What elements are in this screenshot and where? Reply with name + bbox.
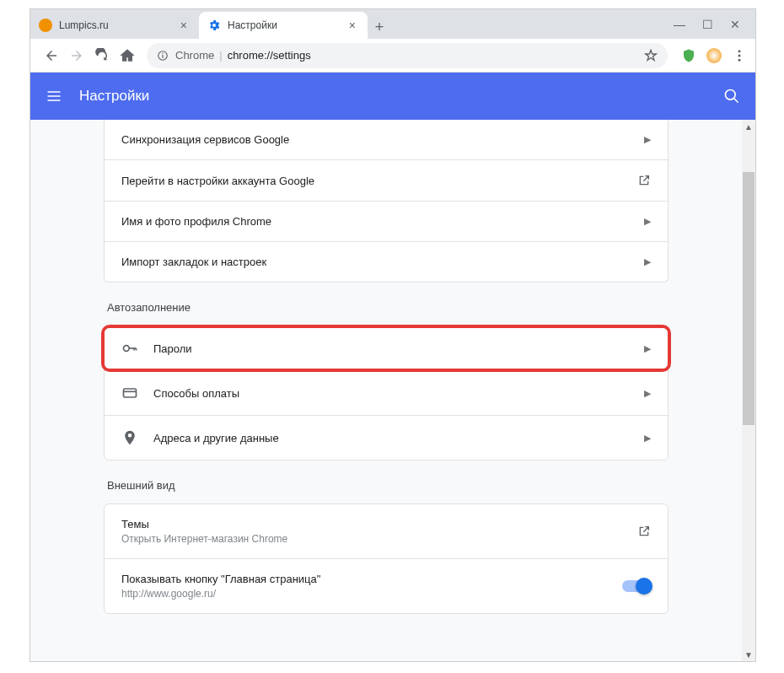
minimize-icon[interactable]: — bbox=[674, 18, 685, 31]
svg-point-5 bbox=[738, 58, 741, 61]
card-icon bbox=[121, 385, 138, 401]
reload-button[interactable] bbox=[89, 43, 115, 68]
row-profile[interactable]: Имя и фото профиля Chrome ▶ bbox=[105, 201, 668, 241]
new-tab-button[interactable]: + bbox=[368, 15, 391, 39]
browser-window: Lumpics.ru × Настройки × + — ☐ ✕ bbox=[30, 8, 756, 662]
separator: | bbox=[219, 49, 222, 62]
close-icon[interactable]: × bbox=[177, 17, 191, 34]
row-label: Перейти в настройки аккаунта Google bbox=[121, 175, 314, 187]
card-appearance: Темы Открыть Интернет-магазин Chrome Пок… bbox=[104, 503, 669, 614]
favicon-settings bbox=[207, 19, 221, 32]
close-icon[interactable]: × bbox=[346, 17, 359, 34]
info-icon bbox=[157, 50, 169, 62]
row-themes[interactable]: Темы Открыть Интернет-магазин Chrome bbox=[105, 504, 668, 558]
svg-point-4 bbox=[738, 54, 741, 57]
svg-line-7 bbox=[734, 99, 738, 103]
close-icon[interactable]: ✕ bbox=[730, 18, 740, 31]
row-label: Темы bbox=[121, 518, 287, 530]
external-link-icon bbox=[637, 525, 651, 538]
row-label: Пароли bbox=[153, 342, 192, 355]
card-sync: Синхронизация сервисов Google ▶ Перейти … bbox=[104, 120, 669, 283]
settings-header: Настройки bbox=[30, 73, 755, 120]
favicon-lumpics bbox=[39, 19, 52, 32]
window-controls: — ☐ ✕ bbox=[674, 9, 755, 39]
hamburger-icon[interactable] bbox=[46, 88, 62, 105]
bookmark-icon[interactable] bbox=[644, 49, 658, 62]
chevron-right-icon: ▶ bbox=[644, 343, 651, 354]
row-sync-google[interactable]: Синхронизация сервисов Google ▶ bbox=[105, 120, 668, 159]
svg-rect-1 bbox=[162, 54, 163, 57]
row-addresses[interactable]: Адреса и другие данные ▶ bbox=[105, 415, 668, 460]
address-source: Chrome bbox=[175, 49, 214, 62]
row-label: Синхронизация сервисов Google bbox=[121, 133, 289, 146]
svg-point-6 bbox=[726, 90, 736, 100]
extension-area bbox=[674, 48, 747, 63]
row-label: Имя и фото профиля Chrome bbox=[121, 215, 271, 228]
tab-lumpics[interactable]: Lumpics.ru × bbox=[30, 12, 199, 39]
shield-icon[interactable] bbox=[681, 48, 696, 63]
key-icon bbox=[121, 340, 138, 357]
row-label: Показывать кнопку "Главная страница" bbox=[121, 573, 320, 585]
svg-rect-12 bbox=[124, 389, 137, 397]
scroll-down-icon[interactable]: ▼ bbox=[742, 648, 755, 661]
settings-content: Синхронизация сервисов Google ▶ Перейти … bbox=[30, 120, 742, 661]
extension-icon[interactable] bbox=[706, 48, 722, 63]
row-sublabel: Открыть Интернет-магазин Chrome bbox=[121, 533, 287, 545]
menu-icon[interactable] bbox=[732, 48, 747, 63]
tab-label: Настройки bbox=[228, 19, 277, 31]
maximize-icon[interactable]: ☐ bbox=[702, 18, 713, 31]
row-sublabel: http://www.google.ru/ bbox=[121, 588, 320, 600]
chevron-right-icon: ▶ bbox=[644, 216, 651, 227]
row-import[interactable]: Импорт закладок и настроек ▶ bbox=[105, 241, 668, 282]
row-label: Способы оплаты bbox=[153, 387, 239, 400]
svg-point-3 bbox=[738, 50, 741, 52]
toolbar: Chrome | chrome://settings bbox=[30, 39, 755, 73]
tab-settings[interactable]: Настройки × bbox=[199, 12, 368, 39]
chevron-right-icon: ▶ bbox=[644, 388, 651, 399]
titlebar: Lumpics.ru × Настройки × + — ☐ ✕ bbox=[30, 9, 755, 39]
scroll-thumb[interactable] bbox=[743, 172, 754, 425]
search-icon[interactable] bbox=[723, 88, 740, 105]
row-home-button[interactable]: Показывать кнопку "Главная страница" htt… bbox=[105, 558, 668, 613]
section-title-autofill: Автозаполнение bbox=[104, 283, 669, 326]
scrollbar[interactable]: ▲ ▼ bbox=[742, 120, 755, 661]
scroll-up-icon[interactable]: ▲ bbox=[742, 120, 755, 133]
highlight-annotation: Пароли ▶ bbox=[101, 325, 671, 372]
row-passwords[interactable]: Пароли ▶ bbox=[105, 328, 668, 369]
row-label: Адреса и другие данные bbox=[153, 432, 279, 444]
row-google-account[interactable]: Перейти в настройки аккаунта Google bbox=[105, 159, 668, 201]
section-title-appearance: Внешний вид bbox=[104, 460, 669, 503]
tab-label: Lumpics.ru bbox=[59, 19, 109, 31]
chevron-right-icon: ▶ bbox=[644, 134, 651, 145]
svg-point-8 bbox=[124, 346, 130, 352]
row-label: Импорт закладок и настроек bbox=[121, 256, 266, 268]
toggle-switch[interactable] bbox=[622, 580, 651, 592]
forward-button[interactable] bbox=[64, 43, 89, 68]
external-link-icon bbox=[637, 174, 651, 187]
chevron-right-icon: ▶ bbox=[644, 433, 651, 444]
row-payment[interactable]: Способы оплаты ▶ bbox=[105, 370, 668, 415]
address-bar[interactable]: Chrome | chrome://settings bbox=[147, 43, 668, 68]
chevron-right-icon: ▶ bbox=[644, 256, 651, 267]
location-icon bbox=[121, 429, 138, 446]
svg-rect-2 bbox=[162, 52, 163, 53]
page-title: Настройки bbox=[79, 88, 149, 105]
card-autofill: Пароли ▶ Способы оплаты ▶ bbox=[104, 326, 669, 460]
content-wrap: Синхронизация сервисов Google ▶ Перейти … bbox=[30, 120, 755, 661]
home-button[interactable] bbox=[115, 43, 140, 68]
address-url: chrome://settings bbox=[228, 49, 311, 62]
back-button[interactable] bbox=[39, 43, 64, 68]
